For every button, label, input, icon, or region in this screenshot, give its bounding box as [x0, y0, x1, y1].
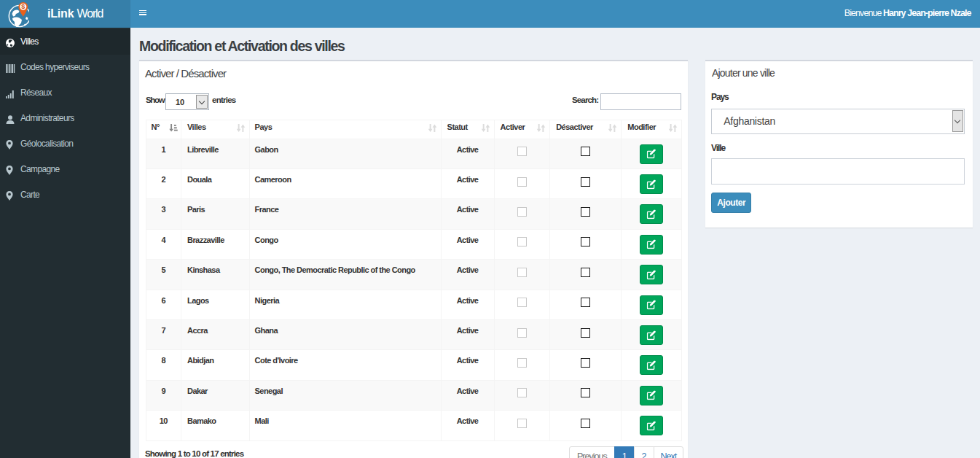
svg-text:$: $ [21, 3, 25, 10]
